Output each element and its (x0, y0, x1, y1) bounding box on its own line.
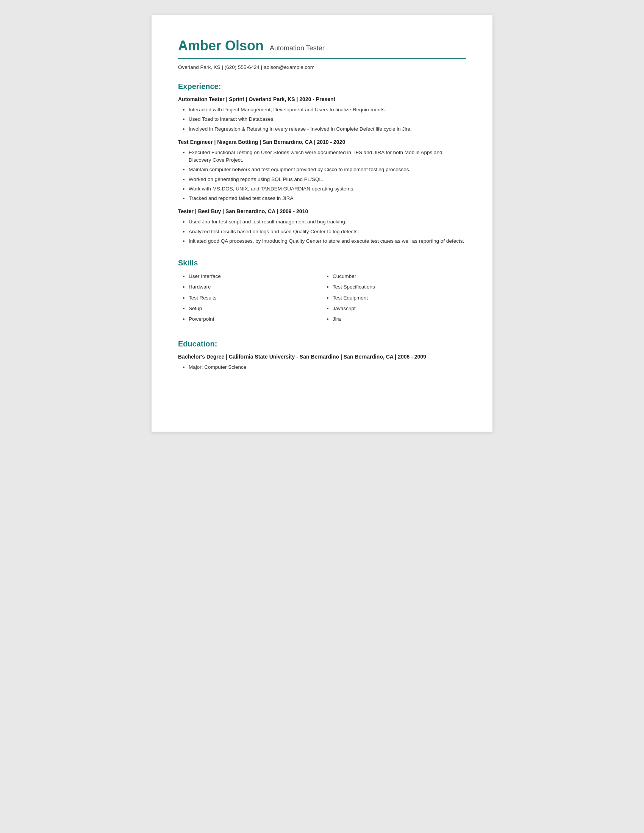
experience-section-title: Experience: (178, 82, 466, 91)
skills-col-1: User Interface Hardware Test Results Set… (188, 273, 322, 326)
job-title-3: Tester | Best Buy | San Bernardino, CA |… (178, 208, 466, 214)
job-title-1: Automation Tester | Sprint | Overland Pa… (178, 96, 466, 102)
list-item: Jira (333, 315, 466, 323)
education-section-title: Education: (178, 339, 466, 348)
list-item: Test Equipment (333, 294, 466, 302)
job-bullets-1: Interacted with Project Management, Deve… (188, 106, 466, 133)
skills-section: Skills User Interface Hardware Test Resu… (178, 259, 466, 326)
list-item: Cucumber (333, 273, 466, 280)
education-bullets: Major: Computer Science (188, 363, 466, 371)
list-item: Test Specifications (333, 283, 466, 291)
candidate-name: Amber Olson (178, 38, 264, 54)
list-item: Analyzed test results based on logs and … (188, 228, 466, 235)
list-item: Tracked and reported failed test cases i… (188, 195, 466, 202)
list-item: Used Jira for test script and test resul… (188, 218, 466, 226)
list-item: Javascript (333, 305, 466, 312)
list-item: Executed Functional Testing on User Stor… (188, 149, 466, 164)
skills-section-title: Skills (178, 259, 466, 267)
job-title-2: Test Engineer | Niagara Bottling | San B… (178, 139, 466, 145)
list-item: Interacted with Project Management, Deve… (188, 106, 466, 114)
experience-section: Experience: Automation Tester | Sprint |… (178, 82, 466, 245)
header-contact: Overland Park, KS | (620) 555-6424 | aol… (178, 64, 466, 70)
list-item: User Interface (188, 273, 322, 280)
list-item: Involved in Regression & Retesting in ev… (188, 125, 466, 133)
job-bullets-3: Used Jira for test script and test resul… (188, 218, 466, 245)
education-section: Education: Bachelor's Degree | Californi… (178, 339, 466, 371)
education-degree: Bachelor's Degree | California State Uni… (178, 354, 466, 360)
header-divider (178, 58, 466, 59)
list-item: Powerpoint (188, 315, 322, 323)
candidate-title: Automation Tester (270, 44, 325, 52)
list-item: Major: Computer Science (188, 363, 466, 371)
list-item: Hardware (188, 283, 322, 291)
list-item: Used Toad to interact with Databases. (188, 116, 466, 123)
list-item: Maintain computer network and test equip… (188, 166, 466, 174)
list-item: Initiated good QA processes, by introduc… (188, 237, 466, 245)
header-name-row: Amber Olson Automation Tester (178, 38, 466, 54)
job-bullets-2: Executed Functional Testing on User Stor… (188, 149, 466, 203)
list-item: Worked on generating reports using SQL P… (188, 176, 466, 183)
skills-col-2: Cucumber Test Specifications Test Equipm… (333, 273, 466, 326)
list-item: Setup (188, 305, 322, 312)
resume-page: Amber Olson Automation Tester Overland P… (151, 15, 493, 432)
list-item: Test Results (188, 294, 322, 302)
skills-grid: User Interface Hardware Test Results Set… (178, 273, 466, 326)
list-item: Work with MS-DOS, UNIX, and TANDEM GUARD… (188, 185, 466, 193)
